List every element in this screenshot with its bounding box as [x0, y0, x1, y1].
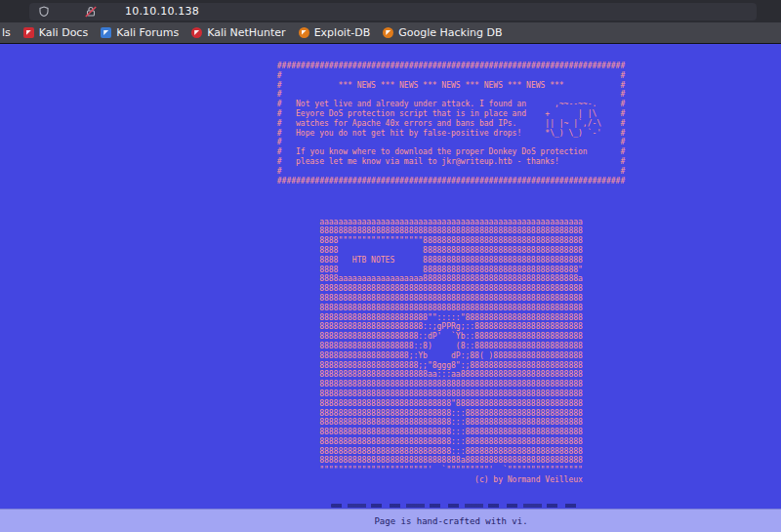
shield-icon[interactable]: [37, 5, 51, 19]
kali-docs-icon: [23, 27, 34, 38]
bookmark-label: Exploit-DB: [314, 26, 371, 39]
bookmark-label: ls: [2, 26, 11, 39]
url-toolbar: 10.10.10.138: [0, 0, 781, 22]
kali-forums-icon: [101, 27, 111, 38]
bookmark-item[interactable]: Kali NetHunter: [191, 26, 286, 39]
url-text: 10.10.10.138: [125, 5, 199, 18]
webpage: ########################################…: [0, 45, 781, 532]
kali-nethunter-icon: [191, 27, 202, 38]
bookmark-label: Kali Forums: [116, 26, 179, 39]
page-footer: Page is hand-crafted with vi.: [0, 509, 781, 532]
bookmark-item[interactable]: Kali Forums: [101, 26, 179, 39]
bookmarks-bar: lsKali DocsKali ForumsKali NetHunterExpl…: [0, 22, 781, 44]
bookmark-item[interactable]: Google Hacking DB: [383, 26, 502, 39]
clipped-text-line: [331, 504, 577, 508]
bookmark-label: Google Hacking DB: [398, 26, 502, 39]
exploit-db-icon: [299, 27, 309, 38]
page-content: ########################################…: [277, 61, 625, 486]
bookmark-item[interactable]: ls: [2, 26, 11, 39]
donkey-ascii-art: aaaaaaaaaaaaaaaaaaaaaaaaaaaaaaaaaaaaaaaa…: [319, 218, 583, 476]
bookmark-item[interactable]: Kali Docs: [23, 26, 88, 39]
ghdb-icon: [383, 27, 393, 38]
bookmark-item[interactable]: Exploit-DB: [299, 26, 371, 39]
bookmark-label: Kali NetHunter: [207, 26, 286, 39]
news-box: ########################################…: [277, 61, 625, 185]
art-credit: (c) by Normand Veilleux: [319, 475, 583, 485]
bookmark-label: Kali Docs: [39, 26, 88, 39]
insecure-lock-icon[interactable]: [84, 5, 98, 19]
footer-text: Page is hand-crafted with vi.: [374, 516, 527, 526]
url-bar[interactable]: 10.10.10.138: [29, 3, 757, 20]
ascii-art-block: aaaaaaaaaaaaaaaaaaaaaaaaaaaaaaaaaaaaaaaa…: [319, 218, 583, 485]
